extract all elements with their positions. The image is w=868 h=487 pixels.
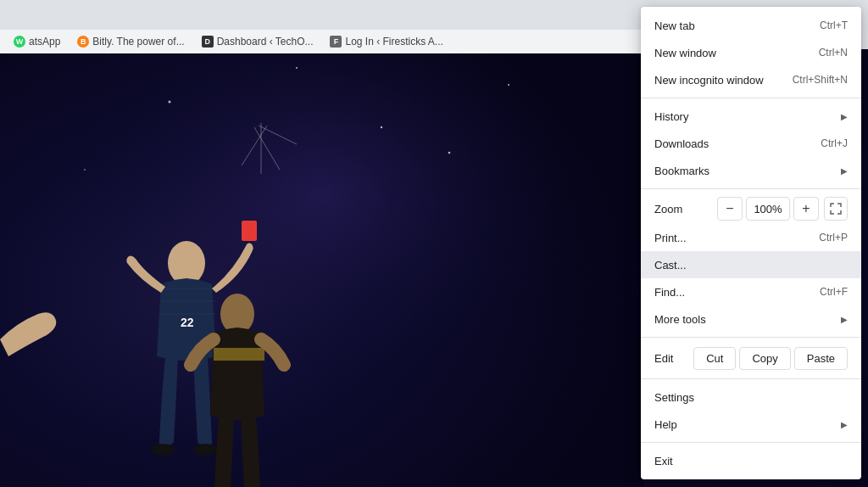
svg-text:22: 22: [181, 316, 194, 329]
menu-item-find[interactable]: Find... Ctrl+F: [641, 278, 861, 305]
bookmark-dashboard[interactable]: D Dashboard ‹ TechO...: [195, 34, 320, 49]
menu-item-settings-label: Settings: [654, 391, 848, 404]
svg-rect-14: [242, 221, 257, 241]
menu-item-downloads-shortcut: Ctrl+J: [821, 137, 848, 149]
svg-point-7: [448, 152, 451, 154]
svg-point-16: [193, 444, 217, 456]
menu-item-new-window[interactable]: New window Ctrl+N: [641, 39, 861, 66]
menu-divider-4: [641, 378, 861, 379]
menu-item-find-label: Find...: [654, 286, 806, 299]
bookmark-label-firesticks: Log In ‹ Firesticks A...: [345, 36, 442, 48]
menu-item-cast[interactable]: Cast...: [641, 251, 861, 278]
menu-item-help[interactable]: Help ▶: [641, 411, 861, 438]
menu-item-settings[interactable]: Settings: [641, 383, 861, 411]
menu-item-incognito-label: New incognito window: [654, 74, 779, 87]
menu-item-bookmarks-label: Bookmarks: [654, 165, 834, 177]
bookmark-label-bitly: Bitly. The power of...: [92, 36, 184, 48]
menu-item-incognito-shortcut: Ctrl+Shift+N: [793, 74, 848, 86]
bookmark-firesticks[interactable]: F Log In ‹ Firesticks A...: [323, 34, 449, 49]
svg-rect-1: [0, 0, 644, 487]
menu-item-print-shortcut: Ctrl+P: [819, 232, 848, 244]
zoom-decrease-button[interactable]: −: [717, 197, 743, 221]
menu-item-new-window-shortcut: Ctrl+N: [819, 47, 848, 59]
menu-divider-3: [641, 337, 861, 338]
bookmark-label-whatsapp: atsApp: [29, 36, 60, 48]
menu-item-incognito[interactable]: New incognito window Ctrl+Shift+N: [641, 66, 861, 93]
svg-point-4: [381, 126, 382, 128]
svg-point-5: [84, 169, 86, 171]
menu-item-exit[interactable]: Exit: [641, 447, 861, 474]
menu-item-downloads[interactable]: Downloads Ctrl+J: [641, 130, 861, 157]
menu-divider-5: [641, 442, 861, 443]
menu-item-downloads-label: Downloads: [654, 137, 807, 150]
edit-label: Edit: [654, 352, 690, 365]
edit-copy-button[interactable]: Copy: [739, 347, 790, 370]
svg-point-6: [508, 84, 509, 86]
bookmarks-arrow-icon: ▶: [841, 166, 848, 176]
menu-item-new-tab-shortcut: Ctrl+T: [820, 20, 848, 31]
menu-item-print[interactable]: Print... Ctrl+P: [641, 224, 861, 251]
bookmark-favicon-whatsapp: W: [14, 36, 25, 48]
bookmark-bitly[interactable]: B Bitly. The power of...: [70, 34, 191, 49]
menu-item-print-label: Print...: [654, 232, 805, 244]
menu-item-exit-label: Exit: [654, 455, 848, 467]
svg-point-2: [169, 101, 171, 104]
menu-item-history-label: History: [654, 110, 834, 123]
menu-item-edit: Edit Cut Copy Paste: [641, 342, 861, 374]
bookmark-label-dashboard: Dashboard ‹ TechO...: [217, 36, 314, 48]
svg-point-15: [151, 444, 175, 456]
menu-item-new-tab[interactable]: New tab Ctrl+T: [641, 12, 861, 39]
context-menu: New tab Ctrl+T New window Ctrl+N New inc…: [641, 7, 861, 479]
bookmark-favicon-firesticks: F: [330, 36, 342, 48]
menu-item-more-tools[interactable]: More tools ▶: [641, 305, 861, 333]
zoom-increase-button[interactable]: +: [793, 197, 819, 221]
zoom-value-display: 100%: [746, 197, 790, 221]
help-arrow-icon: ▶: [841, 420, 848, 429]
menu-item-new-tab-label: New tab: [654, 20, 806, 32]
bookmark-favicon-bitly: B: [77, 36, 89, 48]
zoom-label: Zoom: [654, 203, 717, 216]
menu-item-help-label: Help: [654, 418, 834, 431]
background-players: 22: [0, 0, 644, 487]
menu-divider-2: [641, 188, 861, 189]
edit-paste-button[interactable]: Paste: [794, 347, 848, 370]
history-arrow-icon: ▶: [841, 112, 848, 121]
menu-item-cast-label: Cast...: [654, 259, 848, 271]
bookmarks-bar: W atsApp B Bitly. The power of... D Dash…: [0, 30, 644, 53]
menu-item-bookmarks[interactable]: Bookmarks ▶: [641, 157, 861, 184]
zoom-controls: − 100% +: [717, 197, 848, 221]
menu-item-more-tools-label: More tools: [654, 313, 834, 326]
zoom-fullscreen-button[interactable]: [824, 197, 848, 221]
svg-point-3: [296, 67, 298, 69]
menu-item-history[interactable]: History ▶: [641, 103, 861, 130]
menu-item-zoom: Zoom − 100% +: [641, 193, 861, 224]
menu-divider-1: [641, 98, 861, 98]
menu-item-find-shortcut: Ctrl+F: [820, 286, 848, 298]
menu-item-new-window-label: New window: [654, 47, 805, 59]
edit-cut-button[interactable]: Cut: [693, 347, 736, 370]
bookmark-whatsapp[interactable]: W atsApp: [7, 34, 67, 49]
bookmark-favicon-dashboard: D: [202, 36, 214, 48]
more-tools-arrow-icon: ▶: [841, 315, 848, 324]
